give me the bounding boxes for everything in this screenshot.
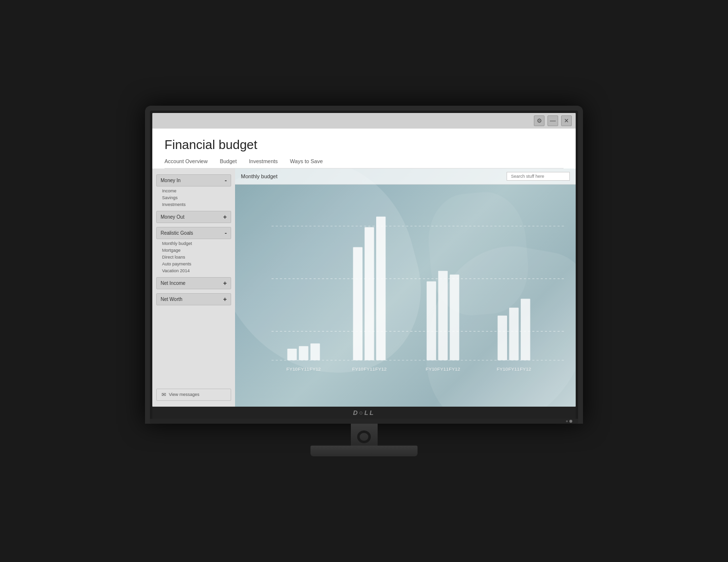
svg-text:FY10: FY10 bbox=[287, 367, 298, 372]
net-worth-label: Net Worth bbox=[161, 297, 182, 302]
stand-hole bbox=[357, 431, 371, 443]
chart-area: Monthly budget bbox=[235, 169, 576, 406]
svg-text:FY12: FY12 bbox=[375, 367, 386, 372]
sidebar-item-mortgage[interactable]: Mortgage bbox=[156, 247, 231, 254]
svg-text:FY11: FY11 bbox=[364, 367, 375, 372]
sidebar-footer: ✉ View messages bbox=[156, 374, 231, 401]
close-button[interactable]: ✕ bbox=[561, 115, 572, 126]
svg-text:FY10: FY10 bbox=[352, 367, 364, 372]
svg-rect-16 bbox=[376, 217, 385, 360]
realistic-goals-items: Monthly budget Mortgage Direct loans Aut… bbox=[156, 240, 231, 274]
svg-text:FY12: FY12 bbox=[449, 367, 460, 372]
chart-search-input[interactable] bbox=[507, 172, 570, 181]
settings-button[interactable]: ⚙ bbox=[534, 115, 545, 126]
svg-rect-28 bbox=[521, 299, 530, 360]
minimize-button[interactable]: — bbox=[547, 115, 558, 126]
screen-bezel: ⚙ — ✕ Financial budget Account Overview … bbox=[150, 111, 578, 418]
sidebar-item-savings[interactable]: Savings bbox=[156, 194, 231, 201]
chart-svg: 300,000 200,000 100,000 0 FY10 FY11 bbox=[272, 194, 566, 400]
sidebar-item-direct-loans[interactable]: Direct loans bbox=[156, 254, 231, 261]
net-income-button[interactable]: Net Income + bbox=[156, 277, 231, 289]
svg-rect-26 bbox=[498, 316, 507, 360]
svg-rect-10 bbox=[310, 344, 320, 361]
sidebar: Money In - Income Savings Investments Mo… bbox=[152, 169, 235, 406]
main-area: Money In - Income Savings Investments Mo… bbox=[152, 169, 576, 406]
tab-investments[interactable]: Investments bbox=[249, 158, 278, 164]
net-income-icon: + bbox=[223, 280, 227, 287]
app-header: Financial budget Account Overview Budget… bbox=[152, 129, 576, 169]
mail-icon: ✉ bbox=[162, 392, 166, 398]
realistic-goals-icon: - bbox=[225, 229, 227, 237]
realistic-goals-button[interactable]: Realistic Goals - bbox=[156, 227, 231, 239]
svg-text:FY11: FY11 bbox=[298, 367, 309, 372]
tab-ways-to-save[interactable]: Ways to Save bbox=[290, 158, 323, 164]
indicator-dot-2 bbox=[569, 420, 572, 423]
svg-rect-22 bbox=[450, 275, 459, 360]
svg-rect-14 bbox=[353, 247, 362, 360]
sidebar-item-auto-payments[interactable]: Auto payments bbox=[156, 261, 231, 267]
money-in-items: Income Savings Investments bbox=[156, 187, 231, 208]
money-out-label: Money Out bbox=[161, 214, 184, 220]
money-in-button[interactable]: Money In - bbox=[156, 174, 231, 187]
svg-rect-20 bbox=[427, 281, 436, 360]
svg-rect-27 bbox=[509, 308, 518, 360]
chart-title: Monthly budget bbox=[241, 173, 277, 179]
monitor-stand bbox=[310, 424, 418, 456]
svg-text:FY10: FY10 bbox=[497, 367, 509, 372]
sidebar-item-monthly-budget[interactable]: Monthly budget bbox=[156, 240, 231, 247]
money-in-label: Money In bbox=[161, 178, 181, 183]
view-messages-label: View messages bbox=[169, 392, 200, 397]
dell-logo-bar: D○LL bbox=[152, 407, 576, 419]
net-income-label: Net Income bbox=[161, 281, 185, 286]
monitor-bottom bbox=[150, 419, 578, 424]
window: ⚙ — ✕ Financial budget Account Overview … bbox=[152, 113, 576, 406]
net-worth-icon: + bbox=[223, 296, 227, 303]
svg-rect-8 bbox=[287, 349, 296, 360]
stand-neck bbox=[351, 424, 378, 446]
net-worth-button[interactable]: Net Worth + bbox=[156, 293, 231, 305]
stand-base bbox=[310, 446, 418, 456]
view-messages-button[interactable]: ✉ View messages bbox=[156, 389, 231, 401]
monitor-container: ⚙ — ✕ Financial budget Account Overview … bbox=[145, 106, 583, 456]
bar-chart: 300,000 200,000 100,000 0 FY10 FY11 bbox=[235, 185, 576, 405]
svg-rect-21 bbox=[438, 271, 447, 360]
svg-text:FY10: FY10 bbox=[426, 367, 437, 372]
monitor-outer: ⚙ — ✕ Financial budget Account Overview … bbox=[145, 106, 583, 423]
svg-rect-9 bbox=[299, 346, 308, 360]
sidebar-item-income[interactable]: Income bbox=[156, 187, 231, 194]
svg-text:FY11: FY11 bbox=[437, 367, 449, 372]
tab-account-overview[interactable]: Account Overview bbox=[164, 158, 208, 164]
sidebar-item-investments[interactable]: Investments bbox=[156, 201, 231, 208]
svg-text:FY11: FY11 bbox=[508, 367, 519, 372]
sidebar-item-vacation[interactable]: Vacation 2014 bbox=[156, 267, 231, 274]
indicator-dot-1 bbox=[566, 420, 568, 422]
svg-rect-15 bbox=[364, 227, 374, 360]
money-out-icon: + bbox=[223, 213, 227, 221]
window-titlebar: ⚙ — ✕ bbox=[152, 113, 576, 129]
money-in-icon: - bbox=[225, 177, 227, 184]
nav-bar: Account Overview Budget Investments Ways… bbox=[164, 158, 564, 169]
money-out-button[interactable]: Money Out + bbox=[156, 211, 231, 223]
realistic-goals-label: Realistic Goals bbox=[161, 230, 193, 236]
svg-text:FY12: FY12 bbox=[520, 367, 531, 372]
app-title: Financial budget bbox=[164, 137, 564, 152]
tab-budget[interactable]: Budget bbox=[220, 158, 237, 164]
chart-header: Monthly budget bbox=[235, 169, 576, 185]
svg-text:FY12: FY12 bbox=[309, 367, 321, 372]
